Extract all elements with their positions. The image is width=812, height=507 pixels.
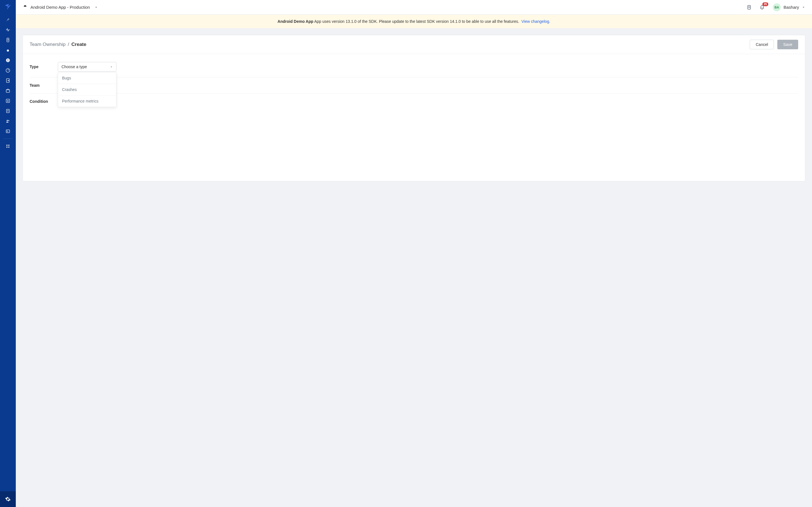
app-name: Android Demo App - Production xyxy=(31,5,90,10)
sidebar-divider xyxy=(3,138,12,139)
caret-down-icon xyxy=(802,6,805,9)
svg-rect-3 xyxy=(8,59,8,61)
notifications-icon[interactable]: 35 xyxy=(758,3,767,12)
feedback-icon[interactable] xyxy=(0,96,16,106)
breadcrumb-current: Create xyxy=(71,42,86,47)
topbar: Android Demo App - Production 35 BA Bash… xyxy=(16,0,812,15)
docs-icon[interactable] xyxy=(745,3,754,12)
bug-icon[interactable] xyxy=(0,45,16,55)
caret-down-icon xyxy=(94,6,98,9)
users-icon[interactable] xyxy=(0,116,16,126)
breadcrumb-sep: / xyxy=(68,42,69,47)
svg-rect-19 xyxy=(8,145,10,146)
svg-rect-11 xyxy=(7,110,9,111)
svg-point-13 xyxy=(7,120,8,121)
type-label: Type xyxy=(30,64,58,69)
svg-rect-16 xyxy=(7,131,8,131)
svg-rect-18 xyxy=(6,145,8,146)
svg-rect-20 xyxy=(6,147,8,148)
pin-icon[interactable] xyxy=(0,15,16,25)
reports-icon[interactable] xyxy=(0,126,16,136)
health-icon[interactable] xyxy=(0,25,16,35)
app-selector[interactable]: Android Demo App - Production xyxy=(22,5,98,10)
device-icon[interactable] xyxy=(0,35,16,45)
svg-rect-12 xyxy=(7,111,9,112)
cancel-button[interactable]: Cancel xyxy=(750,40,774,49)
type-select[interactable]: Choose a type xyxy=(58,62,116,71)
condition-label: Condition xyxy=(30,99,58,104)
user-menu[interactable]: BA Bashary xyxy=(773,3,805,11)
banner-text: App uses version 13.1.0 of the SDK. Plea… xyxy=(313,19,519,24)
sidebar xyxy=(0,0,16,507)
avatar: BA xyxy=(773,3,781,11)
user-name: Bashary xyxy=(783,5,799,10)
svg-rect-4 xyxy=(8,61,8,61)
banner-app: Android Demo App xyxy=(277,19,313,24)
breadcrumb: Team Ownership / Create xyxy=(30,42,86,47)
apps-grid-icon[interactable] xyxy=(0,141,16,151)
app-logo[interactable] xyxy=(3,2,12,11)
breadcrumb-root[interactable]: Team Ownership xyxy=(30,42,66,47)
type-option-performance[interactable]: Performance metrics xyxy=(58,96,116,107)
type-dropdown: Bugs Crashes Performance metrics xyxy=(58,72,116,107)
survey-icon[interactable] xyxy=(0,106,16,116)
view-changelog-link[interactable]: View changelog. xyxy=(521,19,550,24)
type-option-crashes[interactable]: Crashes xyxy=(58,84,116,96)
caret-up-icon xyxy=(110,65,113,68)
svg-rect-8 xyxy=(6,90,10,93)
svg-rect-17 xyxy=(7,131,8,132)
svg-rect-22 xyxy=(748,5,751,9)
performance-icon[interactable] xyxy=(0,65,16,75)
save-button[interactable]: Save xyxy=(777,40,798,49)
svg-point-1 xyxy=(7,50,9,52)
team-label: Team xyxy=(30,83,58,88)
notification-badge: 35 xyxy=(762,2,768,6)
sdk-banner: Android Demo App App uses version 13.1.0… xyxy=(16,15,812,28)
svg-point-14 xyxy=(8,120,9,121)
svg-rect-15 xyxy=(6,130,10,133)
releases-icon[interactable] xyxy=(0,86,16,96)
type-placeholder: Choose a type xyxy=(61,64,87,69)
crash-icon[interactable] xyxy=(0,75,16,86)
type-option-bugs[interactable]: Bugs xyxy=(58,72,116,84)
svg-rect-21 xyxy=(8,147,10,148)
create-card: Team Ownership / Create Cancel Save Type xyxy=(22,35,805,181)
alert-icon[interactable] xyxy=(0,55,16,65)
settings-icon[interactable] xyxy=(0,491,16,507)
